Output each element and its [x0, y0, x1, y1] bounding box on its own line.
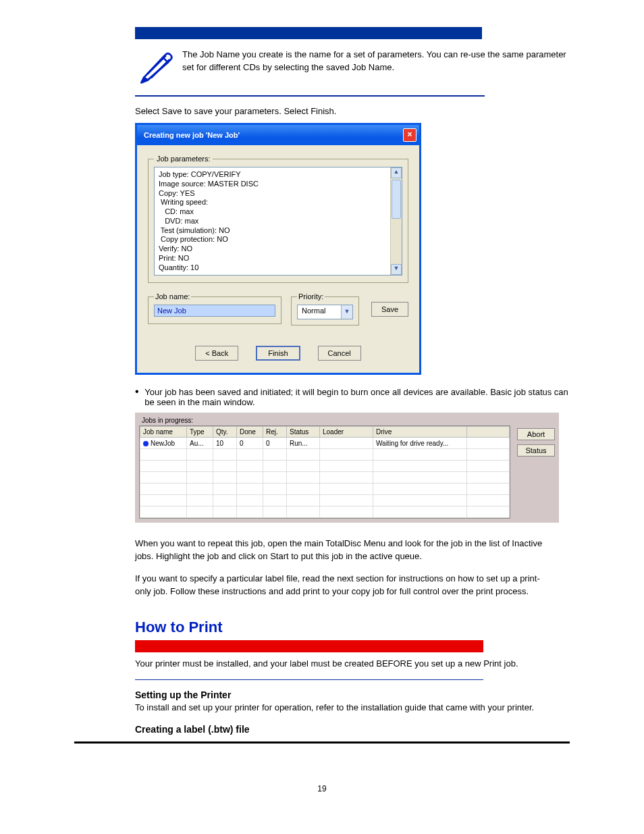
cell-done: 0: [237, 438, 263, 449]
col-extra[interactable]: [467, 427, 510, 438]
cell-qty: 10: [213, 438, 237, 449]
dialog-title: Creating new job 'New Job': [144, 131, 240, 139]
pencil-note-icon: [135, 46, 176, 88]
scroll-thumb[interactable]: [392, 180, 401, 219]
cell-loader: [320, 438, 373, 449]
subhead-setup-printer: Setting up the Printer: [135, 689, 570, 700]
col-type[interactable]: Type: [187, 427, 213, 438]
step-8-text: Select Save to save your parameters. Sel…: [135, 106, 570, 116]
col-qty[interactable]: Qty.: [213, 427, 237, 438]
col-jobname[interactable]: Job name: [140, 427, 187, 438]
cell-drive: Waiting for drive ready...: [373, 438, 467, 449]
job-name-input[interactable]: New Job: [154, 305, 275, 317]
col-loader[interactable]: Loader: [320, 427, 373, 438]
save-button[interactable]: Save: [371, 302, 408, 317]
job-active-icon: [143, 441, 149, 446]
col-status[interactable]: Status: [287, 427, 320, 438]
col-rej[interactable]: Rej.: [263, 427, 287, 438]
job-parameters-group: Job parameters: Job type: COPY/VERIFY Im…: [148, 155, 408, 283]
jobs-in-progress-panel: Jobs in progress: Job name Type Qty. Don…: [135, 413, 559, 523]
priority-value: Normal: [298, 305, 341, 319]
priority-select[interactable]: Normal ▼: [297, 305, 353, 319]
table-row: [140, 461, 510, 472]
table-row: [140, 495, 510, 506]
para-specify-label: If you want to specify a particular labe…: [135, 573, 551, 598]
header-bar: [135, 27, 482, 39]
divider-blue-2: [135, 679, 483, 680]
note-text: The Job Name you create is the name for …: [182, 49, 570, 74]
cell-rej: 0: [263, 438, 287, 449]
cell-jobname: NewJob: [151, 440, 175, 447]
job-name-value: New Job: [157, 307, 186, 315]
chevron-down-icon[interactable]: ▼: [341, 305, 352, 319]
bullet-dot: •: [135, 387, 144, 407]
priority-group: Priority: Normal ▼: [291, 292, 359, 325]
scroll-down-icon[interactable]: ▼: [391, 264, 402, 275]
job-parameters-text: Job type: COPY/VERIFY Image source: MAST…: [155, 167, 390, 275]
cancel-button[interactable]: Cancel: [318, 346, 361, 361]
create-job-dialog: Creating new job 'New Job' × Job paramet…: [135, 123, 421, 375]
table-row: [140, 484, 510, 495]
subhead-create-label: Creating a label (.btw) file: [135, 724, 570, 735]
job-name-group: Job name: New Job: [148, 292, 281, 324]
abort-button[interactable]: Abort: [517, 428, 555, 440]
table-row: [140, 449, 510, 461]
close-icon[interactable]: ×: [403, 128, 417, 142]
bullet-text-1: Your job has been saved and initiated; i…: [144, 387, 570, 407]
job-name-legend: Job name:: [154, 292, 191, 301]
para-repeat-job: When you want to repeat this job, open t…: [135, 538, 551, 563]
footer-rule: [74, 741, 570, 744]
table-row: [140, 506, 510, 518]
cell-type: Au...: [187, 438, 213, 449]
svg-line-1: [151, 60, 169, 78]
jobs-grid[interactable]: Job name Type Qty. Done Rej. Status Load…: [139, 425, 510, 519]
divider-blue-1: [135, 95, 485, 97]
how-to-print-heading: How to Print: [135, 619, 570, 636]
col-drive[interactable]: Drive: [373, 427, 467, 438]
table-row[interactable]: NewJob Au... 10 0 0 Run... Waiting for d…: [140, 438, 510, 449]
priority-legend: Priority:: [297, 292, 325, 301]
warning-text: Your printer must be installed, and your…: [135, 658, 551, 671]
warning-bar: [135, 640, 483, 652]
status-button[interactable]: Status: [517, 444, 555, 457]
table-row: [140, 472, 510, 484]
para-setup-printer: To install and set up your printer for o…: [135, 702, 551, 714]
scrollbar[interactable]: ▲ ▼: [390, 167, 402, 275]
cell-status: Run...: [287, 438, 320, 449]
scroll-up-icon[interactable]: ▲: [391, 167, 402, 178]
col-done[interactable]: Done: [237, 427, 263, 438]
job-parameters-legend: Job parameters:: [154, 155, 213, 163]
dialog-titlebar[interactable]: Creating new job 'New Job' ×: [137, 125, 419, 145]
finish-button[interactable]: Finish: [256, 346, 300, 361]
jobs-in-progress-title: Jobs in progress:: [139, 413, 555, 425]
back-button[interactable]: < Back: [195, 346, 238, 361]
page-number: 19: [74, 784, 570, 793]
